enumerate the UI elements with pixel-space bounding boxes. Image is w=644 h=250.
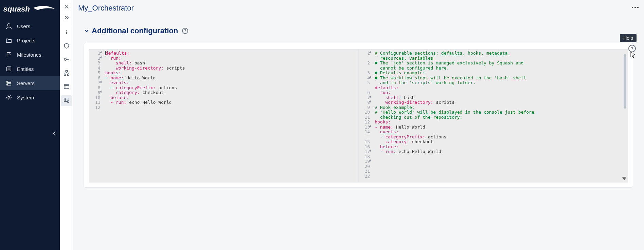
nav-item-label: Users: [17, 23, 30, 29]
nav-item-label: Projects: [17, 38, 35, 43]
scrollbar-thumb[interactable]: [624, 54, 626, 109]
code-editor-container: 1 2 3 4 5 6 7 8 9101112 defaults: run: s…: [84, 43, 633, 188]
folder-icon: [5, 37, 12, 44]
main-content: My_Orchestrator Additional configuration…: [73, 0, 644, 250]
subnav-info[interactable]: [61, 27, 72, 38]
shield-icon: [64, 43, 70, 50]
sitemap-icon: [64, 70, 70, 77]
table-cog-icon: [64, 97, 70, 104]
svg-point-16: [632, 7, 633, 8]
nav-item-label: Milestones: [17, 52, 41, 58]
svg-point-1: [7, 24, 10, 26]
divider: [61, 26, 72, 26]
svg-point-6: [7, 84, 8, 85]
subnav-key[interactable]: [61, 55, 72, 65]
nav-item-milestones[interactable]: Milestones: [0, 47, 60, 62]
nav-item-projects[interactable]: Projects: [0, 33, 60, 47]
gutter-right: 1 2 3 4 5 6 7 8 91011121314 151617181920…: [359, 50, 373, 182]
nav-item-label: Servers: [17, 80, 35, 86]
svg-point-9: [64, 58, 66, 60]
svg-point-18: [637, 7, 639, 8]
svg-point-17: [634, 7, 636, 8]
svg-rect-13: [64, 84, 69, 89]
svg-text:squash: squash: [3, 5, 30, 13]
svg-point-7: [8, 96, 10, 98]
subnav-shield[interactable]: [61, 41, 72, 52]
nav-item-servers[interactable]: Servers: [0, 76, 60, 90]
primary-nav: squash UsersProjectsMilestonesEntitiesSe…: [0, 0, 60, 250]
chevron-down-icon: [84, 28, 89, 33]
subnav-workspace[interactable]: [61, 82, 72, 93]
gutter-left: 1 2 3 4 5 6 7 8 9101112: [89, 50, 103, 182]
nav-item-users[interactable]: Users: [0, 19, 60, 33]
app-logo: squash: [0, 0, 60, 19]
titlebar: My_Orchestrator: [73, 0, 644, 16]
scrollbar-track[interactable]: [623, 54, 627, 176]
section-header[interactable]: Additional configuration ?: [73, 16, 644, 39]
svg-rect-12: [67, 74, 69, 76]
page-title: My_Orchestrator: [78, 4, 134, 13]
section-title: Additional configuration: [92, 26, 178, 35]
editor-pane-left[interactable]: 1 2 3 4 5 6 7 8 9101112 defaults: run: s…: [89, 50, 358, 182]
svg-rect-10: [66, 71, 67, 72]
key-icon: [64, 56, 70, 64]
panel-expand[interactable]: [62, 13, 71, 22]
flag-icon: [5, 51, 12, 58]
nav-collapse[interactable]: [51, 130, 58, 137]
list-icon: [5, 65, 12, 72]
info-icon: [64, 29, 70, 37]
more-menu[interactable]: [631, 4, 639, 13]
help-icon[interactable]: ?: [628, 45, 636, 52]
nav-item-label: Entities: [17, 66, 34, 72]
nav-item-entities[interactable]: Entities: [0, 62, 60, 76]
nav-item-system[interactable]: System: [0, 90, 60, 104]
svg-rect-11: [64, 74, 66, 76]
code-left[interactable]: defaults: run: shell: bash working-direc…: [103, 50, 189, 182]
section-help-icon[interactable]: ?: [182, 28, 188, 34]
secondary-nav: [60, 0, 73, 250]
code-right[interactable]: # Configurable sections: defaults, hooks…: [373, 50, 540, 182]
user-icon: [5, 23, 12, 30]
scroll-down-arrow[interactable]: [622, 177, 626, 180]
page-close[interactable]: [62, 2, 71, 12]
server-icon: [5, 80, 12, 86]
svg-point-5: [7, 81, 8, 82]
subnav-sitemap[interactable]: [61, 68, 72, 79]
nav-item-label: System: [17, 95, 34, 100]
editor-pane-right[interactable]: 1 2 3 4 5 6 7 8 91011121314 151617181920…: [358, 50, 628, 182]
workspace-icon: [64, 83, 70, 91]
subnav-table-cog[interactable]: [61, 95, 72, 106]
svg-point-8: [66, 30, 67, 31]
gear-icon: [5, 94, 12, 101]
